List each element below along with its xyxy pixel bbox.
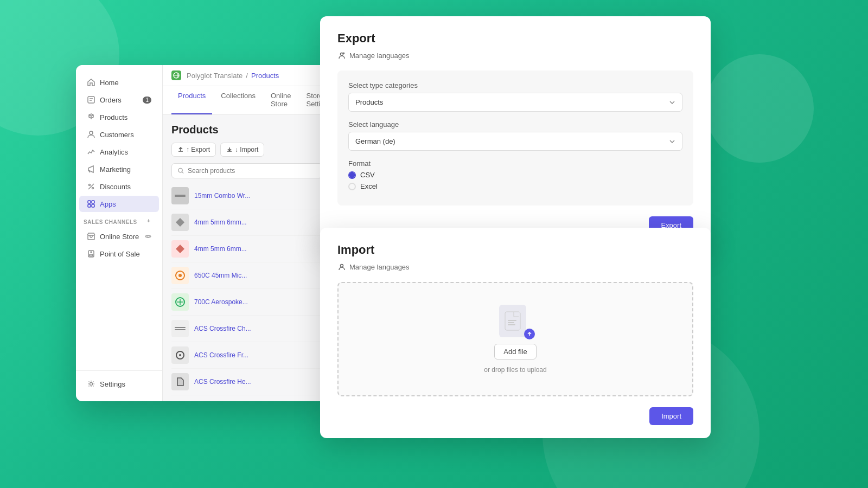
- sidebar-footer: Settings: [76, 370, 162, 393]
- radio-excel[interactable]: [348, 183, 356, 190]
- search-bar[interactable]: [171, 163, 322, 178]
- import-panel-title: Import: [337, 243, 693, 257]
- svg-rect-4: [88, 201, 91, 203]
- product-name: ACS Crossfire Ch...: [194, 325, 251, 332]
- svg-rect-11: [90, 254, 93, 256]
- import-button[interactable]: ↓ Import: [220, 143, 264, 157]
- bg-decoration-3: [705, 54, 814, 163]
- products-title: Products: [171, 124, 322, 136]
- svg-point-3: [92, 188, 94, 189]
- product-name: 650C 45mm Mic...: [194, 272, 247, 279]
- upload-file-icon: [499, 305, 526, 337]
- product-row: ACS Crossfire He...: [171, 369, 322, 395]
- upload-zone[interactable]: Add file or drop files to upload: [337, 282, 693, 396]
- product-thumb: [171, 373, 189, 390]
- orders-badge: 1: [143, 97, 151, 104]
- marketing-icon: [87, 165, 95, 174]
- manage-languages-export[interactable]: Manage languages: [337, 51, 693, 60]
- sidebar-label-customers: Customers: [100, 131, 134, 139]
- sales-channels-section: SALES CHANNELS +: [76, 213, 162, 228]
- products-area: Products ↑ Export ↓ Import: [163, 115, 331, 401]
- analytics-icon: [87, 147, 95, 156]
- product-thumb: [171, 214, 189, 231]
- svg-rect-17: [175, 196, 186, 197]
- format-excel-label: Excel: [360, 182, 378, 190]
- product-name: ACS Crossfire Fr...: [194, 351, 248, 359]
- apps-icon: [87, 200, 95, 208]
- sidebar-item-point-of-sale[interactable]: Point of Sale: [79, 246, 159, 262]
- thumb-img: [175, 327, 186, 330]
- product-row: 4mm 5mm 6mm...: [171, 236, 322, 262]
- sidebar-item-online-store[interactable]: Online Store: [79, 228, 159, 245]
- upload-arrow-icon: [524, 329, 535, 339]
- svg-rect-7: [92, 204, 94, 207]
- polyglot-icon: [171, 70, 181, 80]
- store-icon: [87, 232, 95, 241]
- sidebar-item-orders[interactable]: Orders 1: [79, 92, 159, 108]
- sidebar-item-analytics[interactable]: Analytics: [79, 144, 159, 160]
- arrow-up-icon: [527, 331, 532, 337]
- search-icon: [177, 167, 184, 175]
- products-actions: ↑ Export ↓ Import: [171, 143, 322, 157]
- sidebar-item-settings[interactable]: Settings: [79, 376, 159, 392]
- import-panel-footer: Import: [337, 407, 693, 425]
- orders-icon: [87, 95, 95, 104]
- export-button[interactable]: ↑ Export: [171, 143, 216, 157]
- product-thumb: [171, 320, 189, 337]
- product-thumb: [171, 346, 189, 364]
- manage-languages-import[interactable]: Manage languages: [337, 262, 693, 271]
- sidebar-item-marketing[interactable]: Marketing: [79, 161, 159, 177]
- manage-lang-icon: [337, 51, 346, 60]
- sidebar-item-discounts[interactable]: Discounts: [79, 178, 159, 195]
- sidebar-label-apps: Apps: [100, 200, 116, 208]
- radio-csv[interactable]: [348, 171, 356, 179]
- format-excel[interactable]: Excel: [348, 182, 682, 190]
- svg-point-2: [89, 184, 91, 186]
- product-thumb: [171, 240, 189, 258]
- add-channel-icon[interactable]: +: [147, 218, 155, 226]
- drop-text: or drop files to upload: [484, 366, 546, 374]
- tab-collections[interactable]: Collections: [214, 86, 262, 114]
- products-icon: [87, 113, 95, 121]
- export-icon: [177, 146, 184, 153]
- main-content-area: Polyglot Translate / Products Products C…: [163, 65, 331, 401]
- import-icon: [226, 146, 233, 153]
- settings-icon: [87, 380, 95, 388]
- product-row: 4mm 5mm 6mm...: [171, 209, 322, 236]
- add-file-button[interactable]: Add file: [494, 344, 536, 359]
- svg-rect-28: [508, 320, 516, 321]
- product-name: 700C Aerospoke...: [194, 298, 248, 306]
- sidebar-item-products[interactable]: Products: [79, 109, 159, 125]
- product-thumb: [171, 187, 189, 204]
- svg-point-12: [91, 252, 92, 253]
- svg-point-9: [147, 235, 149, 237]
- format-label: Format: [348, 159, 682, 168]
- sidebar-item-customers[interactable]: Customers: [79, 126, 159, 143]
- manage-lang-icon-import: [337, 262, 346, 271]
- type-select[interactable]: Products Collections Pages Blog Posts: [348, 93, 682, 112]
- polyglot-logo-svg: [173, 72, 180, 79]
- search-input[interactable]: [188, 167, 316, 175]
- sidebar-item-apps[interactable]: Apps: [79, 196, 159, 212]
- tab-online-store[interactable]: Online Store: [264, 86, 298, 114]
- sidebar-label-analytics: Analytics: [100, 148, 128, 156]
- svg-rect-21: [175, 327, 186, 328]
- export-btn-label: ↑ Export: [186, 146, 210, 153]
- upload-icon-wrapper: [499, 305, 532, 337]
- sidebar-label-online-store: Online Store: [100, 233, 139, 241]
- format-csv[interactable]: CSV: [348, 171, 682, 179]
- export-panel-title: Export: [337, 31, 693, 46]
- thumb-img: [176, 377, 184, 387]
- tab-products[interactable]: Products: [171, 86, 212, 114]
- language-select[interactable]: German (de) French (fr) Spanish (es) Ita…: [348, 132, 682, 151]
- thumb-img: [175, 350, 185, 360]
- product-row: ACS Crossfire Ch...: [171, 316, 322, 342]
- import-submit-button[interactable]: Import: [649, 407, 693, 425]
- sidebar: Home Orders 1 Products Customers: [76, 65, 163, 401]
- sidebar-item-home[interactable]: Home: [79, 74, 159, 91]
- discounts-icon: [87, 182, 95, 191]
- svg-rect-16: [175, 195, 186, 196]
- product-thumb: [171, 267, 189, 284]
- sidebar-label-settings: Settings: [100, 380, 125, 388]
- breadcrumb-app: Polyglot Translate: [187, 72, 242, 80]
